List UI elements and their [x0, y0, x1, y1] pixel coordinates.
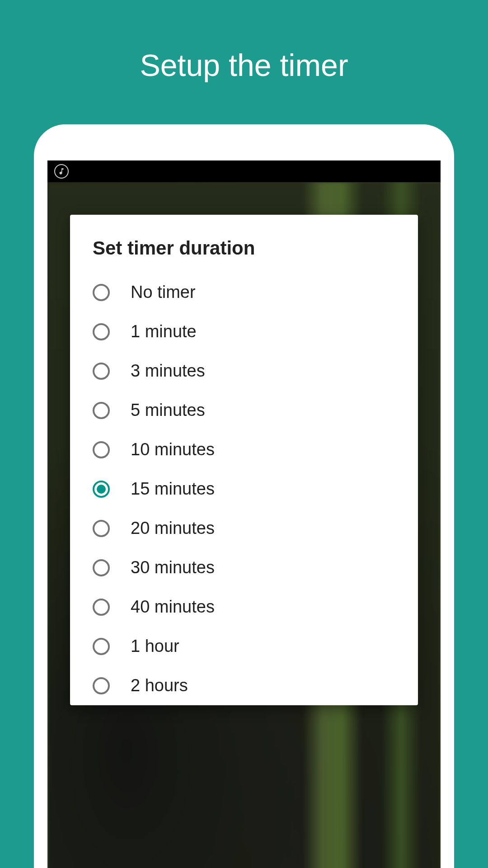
- option-label: 3 minutes: [131, 361, 205, 381]
- timer-option[interactable]: 1 hour: [70, 627, 418, 666]
- option-label: 5 minutes: [131, 401, 205, 420]
- radio-button[interactable]: [93, 284, 110, 301]
- option-label: 2 hours: [131, 676, 188, 695]
- radio-button[interactable]: [93, 520, 110, 537]
- timer-option[interactable]: 2 hours: [70, 666, 418, 705]
- option-label: 10 minutes: [131, 440, 215, 459]
- options-list: No timer1 minute3 minutes5 minutes10 min…: [70, 273, 418, 705]
- option-label: 20 minutes: [131, 519, 215, 538]
- timer-option[interactable]: 3 minutes: [70, 351, 418, 391]
- timer-option[interactable]: 1 minute: [70, 312, 418, 351]
- timer-option[interactable]: 15 minutes: [70, 469, 418, 509]
- timer-option[interactable]: No timer: [70, 273, 418, 312]
- option-label: 1 hour: [131, 637, 179, 656]
- option-label: 40 minutes: [131, 597, 215, 617]
- phone-screen: Set timer duration No timer1 minute3 min…: [47, 160, 441, 868]
- radio-button[interactable]: [93, 441, 110, 458]
- option-label: 1 minute: [131, 322, 197, 341]
- radio-button[interactable]: [93, 402, 110, 419]
- timer-option[interactable]: 5 minutes: [70, 391, 418, 430]
- phone-frame: Set timer duration No timer1 minute3 min…: [34, 124, 454, 868]
- timer-option[interactable]: 40 minutes: [70, 587, 418, 627]
- option-label: 15 minutes: [131, 479, 215, 499]
- app-background: Set timer duration No timer1 minute3 min…: [47, 182, 441, 868]
- option-label: 30 minutes: [131, 558, 215, 577]
- status-bar: [47, 160, 441, 182]
- radio-button[interactable]: [93, 599, 110, 616]
- page-title: Setup the timer: [0, 0, 488, 83]
- radio-button[interactable]: [93, 677, 110, 694]
- timer-option[interactable]: 10 minutes: [70, 430, 418, 469]
- radio-button[interactable]: [93, 481, 110, 498]
- option-label: No timer: [131, 283, 196, 302]
- radio-button[interactable]: [93, 323, 110, 340]
- radio-button[interactable]: [93, 559, 110, 576]
- radio-button[interactable]: [93, 638, 110, 655]
- music-icon[interactable]: [54, 164, 69, 179]
- timer-duration-dialog: Set timer duration No timer1 minute3 min…: [70, 215, 418, 705]
- radio-button[interactable]: [93, 363, 110, 380]
- timer-option[interactable]: 20 minutes: [70, 509, 418, 548]
- dialog-title: Set timer duration: [70, 237, 418, 273]
- timer-option[interactable]: 30 minutes: [70, 548, 418, 587]
